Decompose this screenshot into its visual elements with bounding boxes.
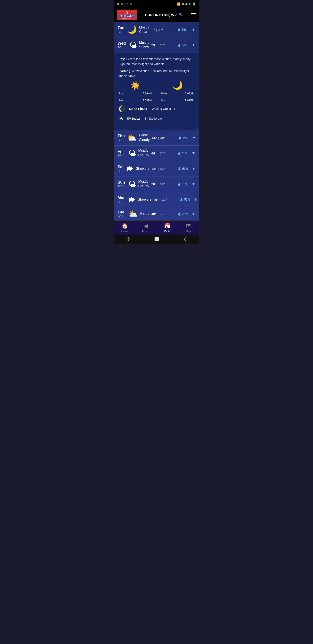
precip-value-fri: 20% (182, 152, 188, 155)
location-search[interactable]: HUNTINGTON, WV 🔍 (145, 13, 183, 17)
chevron-mon: ▼ (194, 197, 198, 202)
uv-index-row: ☀ UV Index 3 - Moderate (118, 115, 195, 122)
moon-phase-row: 🌘 Moon Phase Waning Crescent (118, 105, 195, 112)
set-label-sun: Set (118, 99, 123, 102)
precip-fri: 💧 20% (177, 152, 189, 155)
chevron-tue: ▼ (192, 28, 195, 32)
rain-icon-sat: 💧 (178, 167, 181, 170)
weather-icon-tue: 🌙 (127, 25, 137, 34)
high-temp-sat: 63° (151, 167, 156, 170)
temps-fri: 64° | 54° (151, 152, 175, 155)
high-temp-wed: 59° (151, 43, 156, 47)
low-temp-wed: 35° (160, 43, 165, 47)
status-time: 3:23 (117, 2, 123, 6)
low-temp-mon: 32° (162, 198, 167, 202)
evening-label: Evening: (118, 69, 131, 73)
status-bar: 3:23 52° ✕ 📶 ⊘ 49% 🔋 (114, 0, 199, 8)
search-icon[interactable]: 🔍 (179, 13, 183, 17)
forecast-row-tue-2-13[interactable]: Tue 2/13 ⛅ Partly 40° | 30° 💧 20% ▼ (114, 207, 199, 220)
high-temp-thu: 64° (152, 136, 157, 140)
day-detail-text: Day: Except for a few afternoon clouds, … (118, 56, 195, 66)
precip-value-tue2: 20% (182, 212, 188, 216)
home-button[interactable]: ⬜ (154, 237, 159, 242)
forecast-row-sun-2-11[interactable]: Sun 2/11 🌤 Mostly Cloudy 56° | 39° 💧 15%… (114, 176, 199, 192)
forecast-row-wed-2-7[interactable]: Wed 2/7 🌤 Mostly Sunny 59° | 35° 💧 5% ▲ (114, 38, 199, 53)
hamburger-line3 (191, 16, 196, 16)
day-name-tue: Tue (118, 26, 125, 30)
moon-icon: 🌙 (161, 80, 195, 90)
moon-phase-label: Moon Phase (129, 107, 147, 110)
chevron-thu: ▼ (192, 136, 196, 140)
precip-tue: 💧 5% (177, 28, 189, 31)
forecast-row-fri-2-9[interactable]: Fri 2/9 🌤 Mostly Cloudy 64° | 54° 💧 20% … (114, 146, 199, 161)
weather-icon-sun: 🌤 (128, 180, 136, 189)
app-header: 3 FIRST ALERT WEATHER HUNTINGTON, WV 🔍 (114, 8, 199, 22)
home-nav-icon: 🏠 (121, 223, 128, 229)
condition-sun: Mostly Cloudy (138, 180, 149, 189)
moon-col: 🌙 Rise 6:02AM Set 3:08PM (161, 80, 195, 102)
home-nav-label: Home (121, 230, 128, 233)
evening-detail-text: Evening: A few clouds. Low around 35F. W… (118, 68, 195, 78)
close-icon: ✕ (130, 2, 132, 6)
moon-rise-time: 6:02AM (185, 92, 195, 95)
system-nav: ⦿ ⬜ ❮ (114, 234, 199, 244)
forecast-row-mon-2-12[interactable]: Mon 2/12 🌧 Showers 49° | 32° 💧 50% ▼ (114, 192, 199, 207)
forecast-row-tue-2-6[interactable]: Tue 2/6 🌙 Mostly Clear --° | 27° 💧 5% ▼ (114, 22, 199, 38)
day-date-sat: 2/10 (118, 169, 124, 172)
weather-icon-mon: 🌧 (128, 195, 136, 204)
precip-thu: 💧 5% (178, 136, 190, 140)
low-temp-fri: 54° (160, 152, 165, 155)
precip-sun: 💧 15% (177, 182, 189, 186)
nav-item-hourly[interactable]: ◀ Hourly (135, 220, 157, 234)
condition-wed: Mostly Sunny (139, 41, 149, 50)
precip-mon: 💧 50% (180, 198, 192, 201)
sun-rise-row: Rise 7:29AM (118, 92, 152, 96)
precip-value-thu: 5% (183, 136, 187, 140)
temps-sat: 63° | 42° (151, 167, 175, 170)
hamburger-menu[interactable] (191, 13, 196, 16)
moon-phase-value: Waning Crescent (152, 107, 175, 110)
set-label-moon: Set (161, 99, 165, 102)
dnd-icon: ⊘ (182, 2, 184, 6)
forecast-row-thu-2-8[interactable]: Thu 2/8 ⛅ Partly Cloudy 64° | 48° 💧 5% ▼ (114, 130, 199, 146)
daily-nav-label: Daily (164, 230, 170, 233)
weather-icon-tue2: ⛅ (128, 209, 138, 218)
precip-tue2: 💧 20% (177, 212, 189, 216)
nav-item-map[interactable]: 🗺 Map (178, 220, 199, 234)
back-button[interactable]: ❮ (183, 237, 187, 242)
precip-value-wed: 5% (182, 43, 186, 47)
uv-icon: ☀ (118, 115, 124, 122)
rain-icon-tue2: 💧 (177, 212, 181, 216)
forecast-row-sat-2-10[interactable]: Sat 2/10 🌧 Showers 63° | 42° 💧 55% ▼ (114, 161, 199, 176)
rain-icon-thu: 💧 (178, 136, 182, 140)
day-name-sat: Sat (118, 165, 124, 169)
sun-set-row: Set 5:58PM (118, 98, 152, 102)
rain-icon-wed: 💧 (177, 43, 181, 47)
high-temp-sun: 56° (151, 182, 156, 186)
recent-apps-button[interactable]: ⦿ (126, 237, 130, 242)
app-logo: 3 FIRST ALERT WEATHER (117, 10, 137, 20)
day-info-sat: Sat 2/10 (118, 165, 124, 172)
day-info-wed: Wed 2/7 (118, 41, 127, 49)
day-date-fri: 2/9 (118, 154, 126, 157)
precip-value-sun: 15% (182, 182, 188, 186)
wifi-icon: 📶 (177, 2, 180, 6)
sun-col: ☀️ Rise 7:29AM Set 5:58PM (118, 80, 152, 102)
day-date-tue: 2/6 (118, 30, 125, 34)
sun-icon: ☀️ (118, 80, 152, 90)
day-detail-body: Except for a few afternoon clouds, mainl… (118, 57, 191, 66)
low-temp-thu: 48° (160, 136, 165, 140)
low-temp-tue2: 30° (160, 212, 165, 216)
nav-item-daily[interactable]: 📅 Daily (156, 220, 178, 234)
detail-panel-wed: Day: Except for a few afternoon clouds, … (114, 53, 199, 130)
day-label: Day: (118, 57, 125, 61)
battery-percent: 49% (185, 2, 191, 6)
bottom-nav: 🏠 Home ◀ Hourly 📅 Daily 🗺 Map (114, 220, 199, 234)
day-name-sun: Sun (118, 180, 126, 185)
precip-value-tue: 5% (182, 28, 186, 31)
moon-set-row: Set 3:08PM (161, 98, 195, 102)
precip-wed: 💧 5% (177, 43, 189, 47)
nav-item-home[interactable]: 🏠 Home (114, 220, 135, 234)
status-left: 3:23 52° ✕ (117, 2, 132, 6)
hourly-nav-label: Hourly (142, 230, 150, 233)
